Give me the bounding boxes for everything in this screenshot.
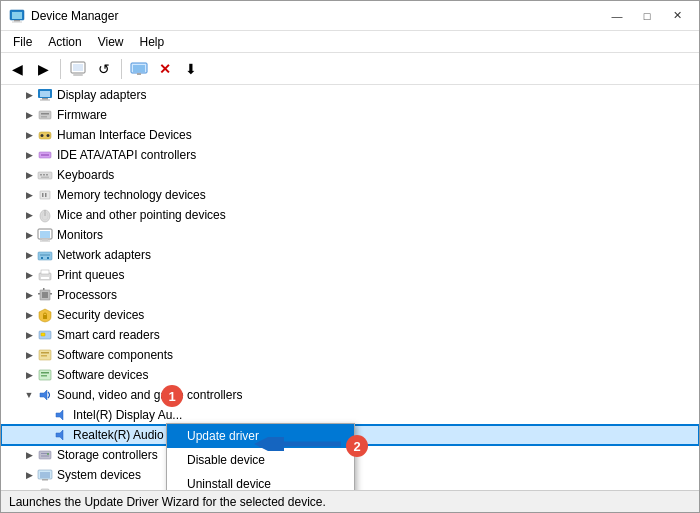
svg-rect-58 [41, 375, 47, 377]
system-icon [37, 467, 53, 483]
disable-button[interactable]: ✕ [153, 57, 177, 81]
hid-icon [37, 127, 53, 143]
tree-item-mice[interactable]: ▶ Mice and other pointing devices [1, 205, 699, 225]
tree-item-processors[interactable]: ▶ Processors [1, 285, 699, 305]
svg-rect-45 [42, 292, 48, 298]
tree-item-memory[interactable]: ▶ Memory technology devices [1, 185, 699, 205]
intel-audio-label: Intel(R) Display Au... [73, 408, 182, 422]
expand-icon[interactable]: ▶ [21, 147, 37, 163]
menu-action[interactable]: Action [40, 33, 89, 51]
refresh-button[interactable]: ↺ [92, 57, 116, 81]
mice-label: Mice and other pointing devices [57, 208, 226, 222]
tree-item-display-adapters[interactable]: ▶ Display adapters [1, 85, 699, 105]
svg-rect-38 [40, 254, 50, 256]
firmware-label: Firmware [57, 108, 107, 122]
close-button[interactable]: ✕ [663, 6, 691, 26]
svg-marker-60 [56, 410, 63, 420]
security-label: Security devices [57, 308, 144, 322]
menu-view[interactable]: View [90, 33, 132, 51]
expand-icon[interactable]: ▶ [21, 167, 37, 183]
network-icon [37, 247, 53, 263]
back-button[interactable]: ◀ [5, 57, 29, 81]
menu-file[interactable]: File [5, 33, 40, 51]
expand-icon[interactable]: ▶ [21, 247, 37, 263]
tree-item-keyboards[interactable]: ▶ Keyboards [1, 165, 699, 185]
annotation-2: 2 [346, 435, 368, 457]
status-text: Launches the Update Driver Wizard for th… [9, 495, 326, 509]
expand-icon[interactable]: ▶ [21, 287, 37, 303]
svg-rect-68 [42, 479, 48, 481]
tree-item-network[interactable]: ▶ Network adapters [1, 245, 699, 265]
tree-item-firmware[interactable]: ▶ Firmware [1, 105, 699, 125]
scan-button[interactable]: ⬇ [179, 57, 203, 81]
print-label: Print queues [57, 268, 124, 282]
svg-rect-28 [42, 193, 44, 197]
expand-icon-usb[interactable]: ▼ [21, 487, 37, 490]
svg-rect-9 [137, 73, 141, 75]
arrow-2-container [251, 437, 351, 454]
tree-item-monitors[interactable]: ▶ Monitors [1, 225, 699, 245]
svg-rect-48 [43, 288, 45, 290]
svg-rect-23 [40, 174, 42, 176]
tree-item-security[interactable]: ▶ Security devices [1, 305, 699, 325]
svg-rect-55 [41, 355, 47, 357]
expand-icon[interactable]: ▶ [21, 107, 37, 123]
minimize-button[interactable]: — [603, 6, 631, 26]
expand-icon[interactable]: ▶ [21, 187, 37, 203]
intel-audio-icon [53, 407, 69, 423]
svg-point-19 [47, 134, 50, 137]
expand-icon[interactable]: ▶ [21, 127, 37, 143]
forward-button[interactable]: ▶ [31, 57, 55, 81]
expand-icon[interactable]: ▶ [21, 227, 37, 243]
tree-item-smart-card[interactable]: ▶ Smart card readers [1, 325, 699, 345]
svg-rect-67 [40, 472, 50, 478]
update-driver-button[interactable] [127, 57, 151, 81]
expand-icon[interactable]: ▶ [21, 207, 37, 223]
sound-icon [37, 387, 53, 403]
hid-label: Human Interface Devices [57, 128, 192, 142]
expand-icon[interactable]: ▶ [21, 307, 37, 323]
expand-icon-sound[interactable]: ▼ [21, 387, 37, 403]
tree-item-ide[interactable]: ▶ IDE ATA/ATAPI controllers [1, 145, 699, 165]
keyboards-label: Keyboards [57, 168, 114, 182]
security-icon [37, 307, 53, 323]
tree-item-sound[interactable]: ▼ Sound, video and game controllers [1, 385, 699, 405]
tree-item-print[interactable]: ▶ Print queues [1, 265, 699, 285]
tree-item-intel-audio[interactable]: Intel(R) Display Au... [1, 405, 699, 425]
window-controls: — □ ✕ [603, 6, 691, 26]
svg-rect-16 [41, 116, 47, 118]
svg-rect-52 [41, 333, 45, 336]
display-adapters-icon [37, 87, 53, 103]
expand-icon[interactable]: ▶ [21, 447, 37, 463]
software-components-icon [37, 347, 53, 363]
svg-rect-42 [41, 270, 49, 274]
expand-icon[interactable]: ▶ [21, 347, 37, 363]
svg-rect-26 [41, 177, 49, 179]
tree-item-software-components[interactable]: ▶ Software components [1, 345, 699, 365]
svg-rect-64 [41, 456, 49, 457]
svg-rect-13 [40, 100, 50, 101]
svg-rect-29 [45, 193, 47, 197]
memory-label: Memory technology devices [57, 188, 206, 202]
device-tree[interactable]: ▶ Display adapters ▶ Firmware ▶ Human In… [1, 85, 699, 490]
smart-card-icon [37, 327, 53, 343]
expand-icon[interactable]: ▶ [21, 267, 37, 283]
expand-icon[interactable]: ▶ [21, 327, 37, 343]
expand-icon[interactable]: ▶ [21, 467, 37, 483]
context-menu: Update driver Disable device Uninstall d… [166, 423, 355, 490]
toolbar-separator-1 [60, 59, 61, 79]
tree-item-software-devices[interactable]: ▶ Software devices [1, 365, 699, 385]
ctx-uninstall[interactable]: Uninstall device [167, 472, 354, 490]
annotation-1: 1 [161, 385, 183, 407]
menu-help[interactable]: Help [132, 33, 173, 51]
svg-point-39 [41, 257, 43, 259]
ide-icon [37, 147, 53, 163]
expand-icon[interactable]: ▶ [21, 367, 37, 383]
maximize-button[interactable]: □ [633, 6, 661, 26]
tree-item-hid[interactable]: ▶ Human Interface Devices [1, 125, 699, 145]
svg-rect-3 [12, 21, 22, 22]
properties-button[interactable] [66, 57, 90, 81]
memory-icon [37, 187, 53, 203]
svg-rect-12 [42, 98, 48, 100]
expand-icon[interactable]: ▶ [21, 87, 37, 103]
